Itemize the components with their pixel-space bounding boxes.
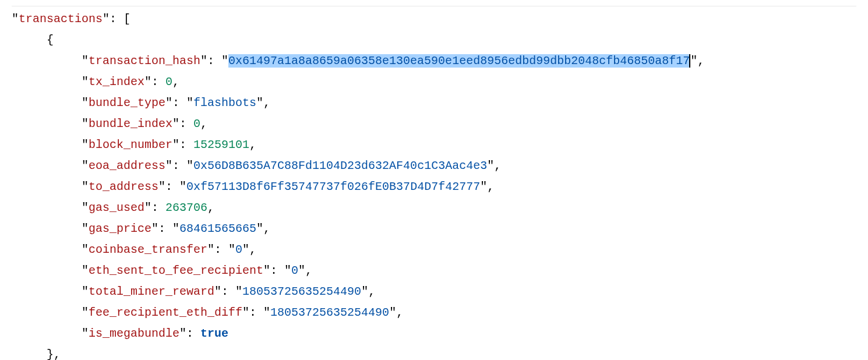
json-value: flashbots xyxy=(193,96,256,110)
json-line-is-megabundle[interactable]: "is_megabundle": true xyxy=(12,323,856,344)
json-value: 0x56D8B635A7C88Fd1104D23d632AF40c1C3Aac4… xyxy=(193,159,487,172)
json-line-object-open[interactable]: { xyxy=(12,30,856,51)
json-key: gas_price xyxy=(89,222,151,235)
json-line-eoa-address[interactable]: "eoa_address": "0x56D8B635A7C88Fd1104D23… xyxy=(12,156,856,177)
json-line-to-address[interactable]: "to_address": "0xf57113D8f6Ff35747737f02… xyxy=(12,177,856,197)
json-line-block-number[interactable]: "block_number": 15259101, xyxy=(12,135,856,156)
json-line-bundle-type[interactable]: "bundle_type": "flashbots", xyxy=(12,93,856,114)
json-key: block_number xyxy=(89,138,172,151)
json-value: 18053725635254490 xyxy=(270,306,389,319)
json-line-fee-recipient-eth-diff[interactable]: "fee_recipient_eth_diff": "1805372563525… xyxy=(12,302,856,323)
json-line-coinbase-transfer[interactable]: "coinbase_transfer": "0", xyxy=(12,239,856,260)
json-line-total-miner-reward[interactable]: "total_miner_reward": "18053725635254490… xyxy=(12,281,856,302)
json-key: fee_recipient_eth_diff xyxy=(89,306,242,319)
json-value: 68461565665 xyxy=(179,222,256,235)
json-key: is_megabundle xyxy=(89,327,179,340)
json-key: to_address xyxy=(89,180,158,193)
json-value: true xyxy=(200,327,228,340)
json-value: 18053725635254490 xyxy=(242,285,361,298)
json-key: transaction_hash xyxy=(89,54,200,68)
json-line-object-close[interactable]: }, xyxy=(12,344,856,360)
json-key: coinbase_transfer xyxy=(89,243,207,256)
json-key: eoa_address xyxy=(89,159,165,172)
json-line-gas-price[interactable]: "gas_price": "68461565665", xyxy=(12,218,856,239)
json-key: tx_index xyxy=(89,75,144,89)
json-line-transaction-hash[interactable]: "transaction_hash": "0x61497a1a8a8659a06… xyxy=(12,51,856,72)
json-value: 0 xyxy=(193,117,200,130)
json-key: bundle_type xyxy=(89,96,165,110)
json-key: gas_used xyxy=(89,201,144,214)
json-value: 263706 xyxy=(165,201,207,214)
json-key: total_miner_reward xyxy=(89,285,214,298)
json-key: eth_sent_to_fee_recipient xyxy=(89,264,263,277)
json-key: bundle_index xyxy=(89,117,172,130)
json-line-array-open[interactable]: "transactions": [ xyxy=(12,9,856,30)
json-line-bundle-index[interactable]: "bundle_index": 0, xyxy=(12,114,856,135)
json-value: 0xf57113D8f6Ff35747737f026fE0B37D4D7f427… xyxy=(186,180,480,193)
json-value: 0 xyxy=(165,75,172,89)
json-line-gas-used[interactable]: "gas_used": 263706, xyxy=(12,197,856,218)
json-value-selected[interactable]: 0x61497a1a8a8659a06358e130ea590e1eed8956… xyxy=(228,54,690,68)
json-line-tx-index[interactable]: "tx_index": 0, xyxy=(12,72,856,93)
json-value: 15259101 xyxy=(193,138,249,151)
json-value: 0 xyxy=(291,264,298,277)
json-line-eth-sent[interactable]: "eth_sent_to_fee_recipient": "0", xyxy=(12,260,856,281)
json-value: 0 xyxy=(235,243,242,256)
json-key-transactions: transactions xyxy=(19,12,103,26)
